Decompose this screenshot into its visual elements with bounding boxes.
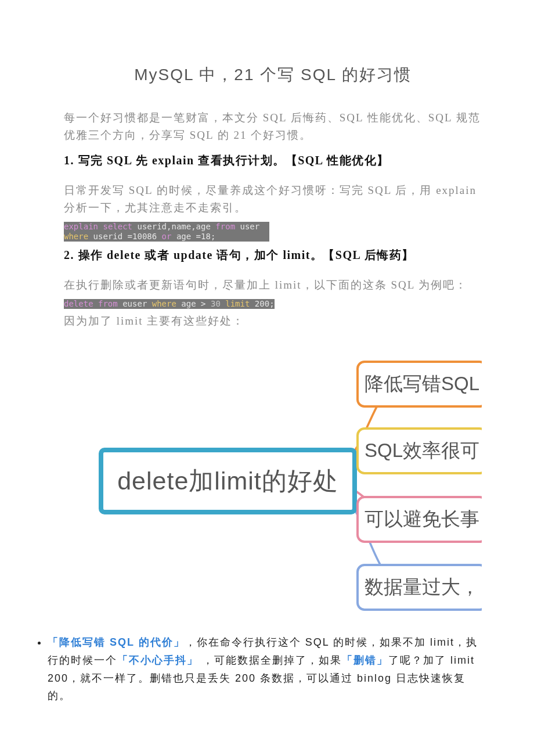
section-2-heading: 2. 操作 delete 或者 update 语句，加个 limit。【SQL … [64,244,482,266]
section-2-after-code: 因为加了 limit 主要有这些好处： [64,312,482,330]
page-title: MySQL 中，21 个写 SQL 的好习惯 [64,64,482,86]
code-block-2: delete from euser where age > 30 limit 2… [64,299,275,309]
bullet-1-text-2: ，可能数据全删掉了，如果 [199,654,342,666]
diagram-leaf-2: SQL效率很可 [356,427,482,474]
bullet-1-highlight-1: 「降低写错 SQL 的代价」 [48,636,185,648]
section-1-body: 日常开发写 SQL 的时候，尽量养成这个好习惯呀：写完 SQL 后，用 expl… [64,182,482,217]
diagram-leaf-1: 降低写错SQL [356,361,482,408]
diagram-center-label: delete加limit的好处 [117,465,338,498]
diagram-leaf-3: 可以避免长事 [356,496,482,543]
bullet-1-highlight-3: 「删错」 [342,654,388,666]
bullet-list: 「降低写错 SQL 的代价」，你在命令行执行这个 SQL 的时候，如果不加 li… [64,633,482,704]
section-2-body: 在执行删除或者更新语句时，尽量加上 limit，以下面的这条 SQL 为例吧： [64,276,482,294]
intro-paragraph: 每一个好习惯都是一笔财富，本文分 SQL 后悔药、SQL 性能优化、SQL 规范… [64,109,482,145]
section-1-heading: 1. 写完 SQL 先 explain 查看执行计划。【SQL 性能优化】 [64,149,482,171]
diagram-leaf-4: 数据量过大， [356,564,482,611]
diagram: delete加limit的好处 降低写错SQL SQL效率很可 可以避免长事 数… [64,334,482,628]
code-block-1: explain select userid,name,age from user… [64,222,269,242]
diagram-center: delete加limit的好处 [99,448,357,514]
bullet-item-1: 「降低写错 SQL 的代价」，你在命令行执行这个 SQL 的时候，如果不加 li… [48,633,482,704]
bullet-1-highlight-2: 「不小心手抖」 [117,654,199,666]
